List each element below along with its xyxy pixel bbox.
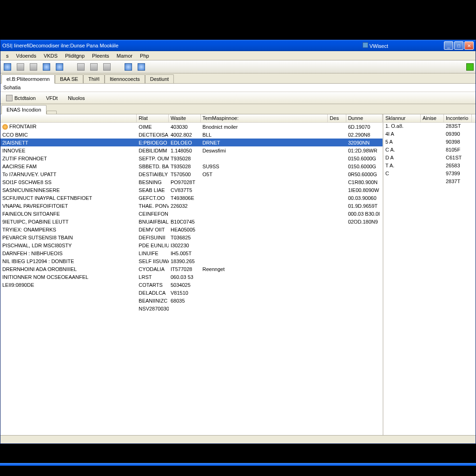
maximize-button[interactable]: □ <box>454 41 463 50</box>
table-row[interactable]: DELADLCAV81510 <box>0 289 383 297</box>
table-cell: 32090NN <box>346 139 383 146</box>
table-cell: LEII9:0890DE <box>0 282 137 288</box>
table-row[interactable]: NSV2870030 <box>0 304 383 312</box>
table-row[interactable]: To I7ARNUVEY. UPATTDESTIAIBLYT570500O5T0… <box>0 170 383 178</box>
table-row[interactable]: PISCHWAL, LDR MSCI80STYPDE EUNLIUI302230 <box>0 241 383 249</box>
table-row[interactable]: AACIRSE FAMSBBETD. BAIFT935028SU9SS0150.… <box>0 162 383 170</box>
menu-item[interactable]: Mamor <box>113 52 136 60</box>
table-cell: 0150.6000G <box>346 163 383 170</box>
table-row[interactable]: BEANIINIZC68035 <box>0 297 383 304</box>
toolbar-button[interactable] <box>15 62 26 72</box>
table-row[interactable]: TRYIEX: ONAMPERKSDEMV OIITHEA05005 <box>0 225 383 233</box>
table-row[interactable]: LEII9:0890DECOTARTS5034025 <box>0 281 383 289</box>
table-row[interactable]: SASNICUNIENINESERESEAB LIAECV837T51IE00.… <box>0 186 383 194</box>
toolbar-button[interactable] <box>2 62 13 72</box>
table-cell: NSV2870030 <box>137 305 169 312</box>
col-header[interactable] <box>0 114 137 122</box>
tab-item[interactable]: Thi#l <box>83 74 105 83</box>
menu-item[interactable]: Vdoends <box>13 52 40 60</box>
side-row[interactable]: 2837T <box>383 178 476 186</box>
table-row[interactable]: 9IETUIPC, POABINE LEUTTBNUAIFBIALB10C074… <box>0 218 383 225</box>
table-cell <box>328 292 346 293</box>
menu-item[interactable]: Pleents <box>88 52 113 60</box>
table-cell: DESTIAIBLY <box>137 171 169 178</box>
toolbar-button[interactable] <box>54 62 65 72</box>
subtab-item[interactable]: ENAS Incodion <box>1 105 46 114</box>
side-row[interactable]: T A.26583 <box>383 162 476 170</box>
side-row[interactable]: 1. O.a8.283ST <box>383 123 476 131</box>
subtool-item[interactable]: VFDt <box>42 94 61 102</box>
table-cell: 6D.19070 <box>346 124 383 130</box>
table-row[interactable]: SCFIUINUCT INAYPAL CEFTNBFIOETGEFCT.OOT4… <box>0 194 383 202</box>
table-row[interactable]: FAINEOLON SIITOANFECEINFEFONIPB305TI000.… <box>0 210 383 218</box>
tab-main[interactable]: el.B:Pliiteormoernn <box>1 74 55 84</box>
menu-item[interactable]: VKDS <box>40 52 61 60</box>
col-header[interactable]: Wasite <box>169 114 201 122</box>
side-cell: 2837T <box>444 178 472 186</box>
tab-item[interactable]: Itiennocoects <box>105 74 145 83</box>
toolbar-button[interactable] <box>76 62 86 72</box>
table-row[interactable]: FRONTAIIROIME403030Bnodnict moiler6D.190… <box>0 123 383 131</box>
toolbar-button[interactable] <box>102 62 112 72</box>
close-button[interactable]: ✕ <box>464 41 474 50</box>
subtool-item[interactable]: Bctdtaion <box>2 93 40 103</box>
table-row[interactable]: INNOVEEDEBILIDMM1.148050Deswsfimi01:2D.9… <box>0 146 383 154</box>
table-cell <box>328 221 346 222</box>
table-cell: SASNICUNIENINESERE <box>0 187 137 193</box>
table-cell: BLL <box>201 132 328 138</box>
table-row[interactable]: SOI1F 0SCHWE8 SSBESNINGPO97028TC1R80.900… <box>0 178 383 186</box>
toolbar-button[interactable] <box>136 62 146 72</box>
toolbar-button[interactable] <box>41 62 52 72</box>
minimize-button[interactable]: _ <box>444 41 453 50</box>
table-cell <box>201 292 328 293</box>
menu-item[interactable]: s <box>2 52 13 60</box>
table-row[interactable]: VNAPAL PAVREFOIFITOIETTHAE. PONVI2260320… <box>0 202 383 210</box>
table-cell: 226032 <box>169 203 201 209</box>
table-cell: INNOVEE <box>0 147 137 154</box>
table-row[interactable]: NIL IBIEG LP12094 : DONBITESELF IISUWA18… <box>0 257 383 265</box>
table-cell: LINUIFE <box>137 250 169 257</box>
section-title: Sohatia <box>3 85 20 90</box>
menu-item[interactable]: Pliditgnp <box>61 52 88 60</box>
table-row[interactable]: 2IAISNETTE:PBIOEGOEDLOEODRNET32090NN <box>0 139 383 146</box>
side-col-header[interactable]: Ainise <box>421 114 444 122</box>
table-row[interactable]: PEVARCR SUTSENSI8 TBAINDEFISUINIIT036825 <box>0 233 383 241</box>
sub-tabbar: ENAS Incodion <box>0 104 476 114</box>
subtool-item[interactable]: Nluolos <box>64 94 89 102</box>
table-cell: Deswsfimi <box>201 147 328 154</box>
table-cell: To I7ARNUVEY. UPATT <box>0 171 137 178</box>
table-cell: VNAPAL PAVREFOIFITOIET <box>0 203 137 209</box>
side-col-header[interactable]: Sklannur <box>383 114 421 122</box>
table-cell: C1R80.900N <box>346 179 383 185</box>
toolbar-button[interactable] <box>89 62 99 72</box>
menu-item[interactable]: Php <box>136 52 153 60</box>
table-cell: OIME <box>137 124 169 130</box>
subtab-item[interactable] <box>46 111 57 114</box>
col-header[interactable]: Dunne <box>346 114 383 122</box>
table-row[interactable]: ZUTIF FRONHOETSEFTP. OUMT9350280150.6000… <box>0 154 383 162</box>
side-row[interactable]: 5 A90398 <box>383 139 476 146</box>
side-row[interactable]: D AC61ST <box>383 154 476 162</box>
table-cell <box>346 284 383 285</box>
toolbar-button[interactable] <box>123 62 133 72</box>
col-header[interactable]: Rlat <box>137 114 169 122</box>
col-header[interactable]: TemMaspinnoe: <box>201 114 328 122</box>
side-cell <box>421 154 444 162</box>
table-cell: 5034025 <box>169 282 201 288</box>
tab-item[interactable]: BAA SE <box>55 74 83 83</box>
table-row[interactable]: CCO BMICDECTEOISA4002.802BLL02.290N8 <box>0 131 383 139</box>
side-row[interactable]: C A.8105F <box>383 146 476 154</box>
col-header[interactable]: Des <box>328 114 346 122</box>
table-cell <box>201 190 328 191</box>
table-row[interactable]: INITIONNER NOM OCSEOEAANFELLRST060.03 53 <box>0 273 383 281</box>
table-row[interactable]: DARNFEH : NIBHFUEOISLINUIFEIH5.005T <box>0 249 383 257</box>
table-cell <box>201 229 328 230</box>
side-row[interactable]: C97399 <box>383 170 476 178</box>
toolbar-button[interactable] <box>28 62 39 72</box>
side-row[interactable]: 4I A09390 <box>383 131 476 139</box>
side-col-header[interactable]: Inconterio <box>444 114 472 122</box>
side-cell: 8105F <box>444 146 472 154</box>
table-row[interactable]: DRERNHOINI ADA OROBNIIIELCYODALIAIT57702… <box>0 265 383 273</box>
tab-item[interactable]: Destiunt <box>145 74 174 83</box>
table-cell <box>201 253 328 254</box>
